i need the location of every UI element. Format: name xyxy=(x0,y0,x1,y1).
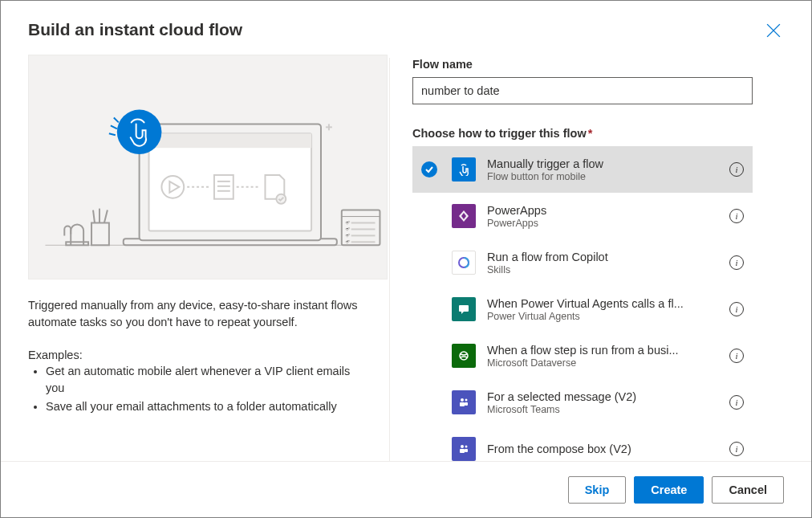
right-column: Flow name Choose how to trigger this flo… xyxy=(390,55,811,461)
trigger-label-text: Choose how to trigger this flow xyxy=(412,127,587,140)
svg-rect-35 xyxy=(459,305,469,312)
trigger-title: From the compose box (V2) xyxy=(487,443,723,455)
info-icon[interactable]: i xyxy=(729,209,744,223)
trigger-title: When Power Virtual Agents calls a fl... xyxy=(487,297,723,310)
flow-name-label: Flow name xyxy=(412,58,797,71)
modal-footer: Skip Create Cancel xyxy=(1,461,811,517)
cancel-button[interactable]: Cancel xyxy=(712,476,784,504)
info-icon[interactable]: i xyxy=(729,395,744,410)
left-column: Triggered manually from any device, easy… xyxy=(28,55,389,461)
trigger-row[interactable]: Run a flow from CopilotSkillsi xyxy=(412,239,753,286)
create-button[interactable]: Create xyxy=(634,476,704,504)
info-icon[interactable]: i xyxy=(729,162,744,177)
trigger-text: PowerAppsPowerApps xyxy=(487,204,723,229)
trigger-text: Run a flow from CopilotSkills xyxy=(487,251,723,275)
svg-point-16 xyxy=(117,110,162,155)
powerapps-icon xyxy=(452,204,476,228)
trigger-subtitle: Power Virtual Agents xyxy=(487,311,723,322)
svg-rect-44 xyxy=(465,449,468,452)
svg-point-37 xyxy=(461,398,464,402)
trigger-title: When a flow step is run from a busi... xyxy=(487,344,723,357)
dataverse-icon xyxy=(452,344,476,368)
trigger-text: When Power Virtual Agents calls a fl...P… xyxy=(487,297,723,322)
trigger-row[interactable]: From the compose box (V2)i xyxy=(412,426,753,461)
trigger-title: Manually trigger a flow xyxy=(487,157,723,170)
trigger-subtitle: PowerApps xyxy=(487,218,723,229)
modal-body: Triggered manually from any device, easy… xyxy=(1,55,811,461)
copilot-icon xyxy=(452,251,476,275)
trigger-title: Run a flow from Copilot xyxy=(487,251,723,263)
trigger-row[interactable]: Manually trigger a flowFlow button for m… xyxy=(412,146,753,193)
example-item: Get an automatic mobile alert whenever a… xyxy=(46,363,365,397)
svg-rect-40 xyxy=(465,402,468,406)
radio-checked-icon xyxy=(421,161,437,177)
scroll-area[interactable]: Flow name Choose how to trigger this flo… xyxy=(412,58,811,461)
modal-header: Build an instant cloud flow xyxy=(1,1,811,55)
examples-label: Examples: xyxy=(28,349,365,361)
trigger-subtitle: Microsoft Teams xyxy=(487,404,723,415)
trigger-row[interactable]: PowerAppsPowerAppsi xyxy=(412,193,753,239)
trigger-row[interactable]: When a flow step is run from a busi...Mi… xyxy=(412,332,753,379)
trigger-text: For a selected message (V2)Microsoft Tea… xyxy=(487,390,723,415)
illustration xyxy=(28,55,388,279)
close-icon xyxy=(766,25,781,41)
svg-rect-23 xyxy=(91,223,109,246)
svg-point-42 xyxy=(465,446,468,448)
required-asterisk: * xyxy=(588,127,593,140)
svg-line-17 xyxy=(109,133,116,135)
examples-list: Get an automatic mobile alert whenever a… xyxy=(28,363,365,415)
trigger-list: Manually trigger a flowFlow button for m… xyxy=(412,146,753,461)
trigger-row[interactable]: For a selected message (V2)Microsoft Tea… xyxy=(412,379,753,426)
trigger-subtitle: Flow button for mobile xyxy=(487,171,723,182)
skip-button[interactable]: Skip xyxy=(568,476,627,504)
trigger-subtitle: Skills xyxy=(487,264,723,275)
trigger-label: Choose how to trigger this flow* xyxy=(412,127,797,140)
info-icon[interactable]: i xyxy=(729,349,744,363)
svg-rect-6 xyxy=(149,133,312,148)
svg-line-24 xyxy=(93,210,95,223)
svg-rect-39 xyxy=(460,402,465,406)
example-item: Save all your email attachments to a fol… xyxy=(46,398,365,415)
trigger-subtitle: Microsoft Dataverse xyxy=(487,357,723,369)
touch-icon xyxy=(452,157,476,182)
svg-point-41 xyxy=(461,445,464,448)
svg-line-19 xyxy=(114,117,119,122)
trigger-row[interactable]: When Power Virtual Agents calls a fl...P… xyxy=(412,286,753,332)
svg-rect-43 xyxy=(460,449,465,453)
svg-line-26 xyxy=(104,210,108,223)
teams-icon xyxy=(452,437,476,461)
info-icon[interactable]: i xyxy=(729,255,744,270)
svg-line-18 xyxy=(111,125,117,128)
description-text: Triggered manually from any device, easy… xyxy=(28,297,365,331)
teams-icon xyxy=(452,390,476,414)
trigger-title: PowerApps xyxy=(487,204,723,217)
trigger-text: From the compose box (V2) xyxy=(487,443,723,455)
info-icon[interactable]: i xyxy=(729,442,744,456)
svg-point-36 xyxy=(460,352,468,360)
info-icon[interactable]: i xyxy=(729,302,744,316)
trigger-text: When a flow step is run from a busi...Mi… xyxy=(487,344,723,369)
close-button[interactable] xyxy=(763,20,784,45)
modal-dialog: Build an instant cloud flow xyxy=(0,0,812,518)
svg-rect-22 xyxy=(66,242,88,245)
flow-name-input[interactable] xyxy=(412,77,753,104)
trigger-title: For a selected message (V2) xyxy=(487,390,723,403)
pva-icon xyxy=(452,297,476,321)
svg-point-38 xyxy=(465,399,468,402)
svg-rect-27 xyxy=(342,210,380,246)
modal-title: Build an instant cloud flow xyxy=(28,20,242,39)
trigger-text: Manually trigger a flowFlow button for m… xyxy=(487,157,723,182)
